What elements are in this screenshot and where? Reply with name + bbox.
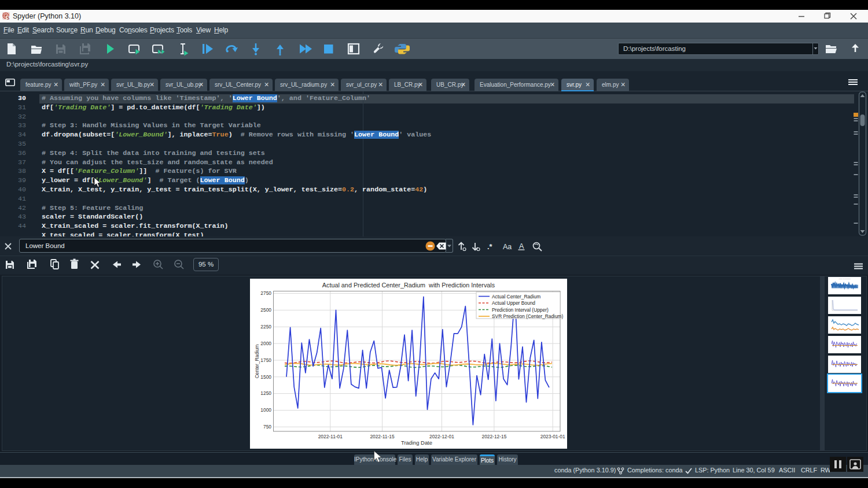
svg-text:.*: .* bbox=[487, 242, 493, 251]
svg-text:2250: 2250 bbox=[260, 324, 271, 330]
svg-text:2023-01-01: 2023-01-01 bbox=[540, 434, 565, 439]
svg-text:Trading Date: Trading Date bbox=[401, 439, 432, 446]
svg-text:2022-11-01: 2022-11-01 bbox=[318, 434, 343, 439]
svg-text:Actual Center_Radium: Actual Center_Radium bbox=[492, 294, 540, 300]
svg-text:Aa: Aa bbox=[503, 243, 512, 251]
svg-text:1500: 1500 bbox=[260, 374, 271, 380]
svg-text:2000: 2000 bbox=[260, 341, 271, 346]
svg-text:Actual and Predicted Center_Ra: Actual and Predicted Center_Radium with … bbox=[322, 282, 495, 289]
svg-text:2022-12-15: 2022-12-15 bbox=[481, 434, 506, 439]
svg-text:2022-12-01: 2022-12-01 bbox=[429, 434, 454, 439]
svg-text:Actual Upper Bound: Actual Upper Bound bbox=[492, 300, 535, 306]
svg-text:1250: 1250 bbox=[260, 390, 271, 396]
svg-text:S: S bbox=[6, 15, 9, 20]
svg-text:1000: 1000 bbox=[260, 407, 271, 413]
svg-text:Prediction Interval (Upper): Prediction Interval (Upper) bbox=[492, 307, 549, 313]
svg-text:1750: 1750 bbox=[260, 357, 271, 363]
svg-text:SVR Prediction (Center_Radium): SVR Prediction (Center_Radium) bbox=[492, 313, 564, 319]
svg-text:750: 750 bbox=[263, 424, 271, 430]
svg-text:2750: 2750 bbox=[260, 290, 271, 296]
svg-text:2022-11-15: 2022-11-15 bbox=[370, 434, 395, 439]
svg-text:Actual vs Predicted: Actual vs Predicted bbox=[838, 278, 851, 280]
svg-text:2500: 2500 bbox=[260, 307, 271, 313]
svg-text:Center_Radium: Center_Radium bbox=[254, 345, 260, 379]
svg-text:A: A bbox=[519, 242, 524, 250]
